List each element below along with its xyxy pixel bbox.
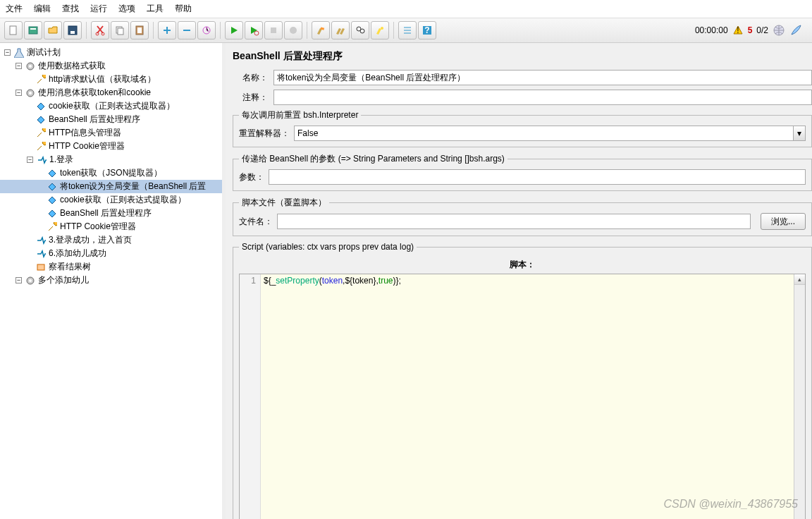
extractor-icon [47,168,58,179]
flask-icon [13,47,25,59]
start-no-timers-icon[interactable] [245,21,263,39]
tree-item[interactable]: HTTP Cookie管理器 [0,220,222,233]
tree-item[interactable]: BeanShell 后置处理程序 [0,207,222,220]
collapse-icon[interactable] [178,21,196,39]
tree-item[interactable]: −使用数据格式获取 [0,59,222,73]
extractor-icon [35,101,47,112]
tree-item[interactable]: −多个添加幼儿 [0,274,222,287]
params-legend: 传递给 BeanShell 的参数 (=> String Parameters … [239,153,508,165]
svg-point-29 [29,279,32,282]
reset-search-icon[interactable] [371,21,389,39]
toolbar: ? 00:00:00 ! 5 0/2 [0,18,812,43]
clear-icon[interactable] [312,21,330,39]
code-area[interactable]: ${_setProperty(token,${token},true)}; [261,274,794,519]
tree-toggle-icon[interactable]: − [27,157,33,163]
script-legend: Script (variables: ctx vars props prev d… [239,242,417,252]
reset-combo[interactable] [294,126,793,141]
extractor-icon [47,181,58,193]
new-icon[interactable] [4,21,23,39]
svg-point-24 [29,65,32,68]
params-fieldset: 传递给 BeanShell 的参数 (=> String Parameters … [233,153,812,191]
svg-rect-1 [29,27,37,34]
name-input[interactable] [273,70,812,85]
menu-tools[interactable]: 工具 [147,3,164,15]
tree-panel[interactable]: −测试计划 −使用数据格式获取 http请求默认值（获取域名） −使用消息体获取… [0,43,226,519]
svg-rect-13 [271,28,276,33]
content-panel: BeanShell 后置处理程序 名称： 注释： 每次调用前重置 bsh.Int… [226,43,812,519]
status-area: 00:00:00 ! 5 0/2 [695,24,808,37]
tree-toggle-icon[interactable]: − [16,277,22,283]
panel-title: BeanShell 后置处理程序 [233,50,812,63]
script-editor[interactable]: 1 ${_setProperty(token,${token},true)}; [239,274,806,519]
clear-all-icon[interactable] [331,21,350,39]
wrench-icon [47,221,58,233]
start-icon[interactable] [225,21,243,39]
help-icon[interactable]: ? [418,21,436,39]
wrench-icon [35,128,47,139]
svg-rect-2 [30,28,36,30]
tree-item[interactable]: 6.添加幼儿成功 [0,247,222,260]
svg-rect-4 [70,31,75,34]
menu-file[interactable]: 文件 [6,3,23,15]
feather-icon [789,24,802,37]
tree-toggle-icon[interactable]: − [16,90,22,96]
extractor-icon [47,208,58,219]
tree-item[interactable]: http请求默认值（获取域名） [0,73,222,86]
tree-item-selected[interactable]: 将token设为全局变量（BeanShell 后置 [0,180,222,193]
svg-rect-27 [37,264,44,270]
wrench-icon [35,141,47,152]
tree-toggle-icon[interactable]: − [16,63,22,69]
tree-toggle-icon[interactable]: − [4,49,11,56]
wrench-icon [35,74,47,85]
svg-point-14 [290,27,297,34]
menu-help[interactable]: 帮助 [175,3,192,15]
tree-item[interactable]: cookie获取（正则表达式提取器） [0,99,222,113]
function-helper-icon[interactable] [398,21,417,39]
expand-icon[interactable] [158,21,176,39]
file-legend: 脚本文件（覆盖脚本） [239,197,329,209]
menu-find[interactable]: 查找 [62,3,79,15]
tree-item[interactable]: BeanShell 后置处理程序 [0,113,222,126]
elapsed-time: 00:00:00 [695,25,728,35]
scrollbar-vertical[interactable] [794,274,805,519]
menu-edit[interactable]: 编辑 [34,3,51,15]
sampler-icon [35,248,47,260]
reset-fieldset: 每次调用前重置 bsh.Interpreter 重置解释器： ▾ [233,109,812,147]
warning-icon: ! [732,25,744,36]
comment-label: 注释： [233,92,268,104]
open-icon[interactable] [44,21,62,39]
toggle-icon[interactable] [197,21,216,39]
params-input[interactable] [269,169,806,185]
shutdown-icon[interactable] [284,21,302,39]
copy-icon[interactable] [111,21,129,39]
reset-legend: 每次调用前重置 bsh.Interpreter [239,109,361,121]
chevron-down-icon[interactable]: ▾ [793,126,806,141]
tree-root[interactable]: −测试计划 [0,46,222,59]
menu-run[interactable]: 运行 [90,3,107,15]
tree-item[interactable]: −1.登录 [0,153,222,166]
file-input[interactable] [277,214,751,229]
paste-icon[interactable] [130,21,149,39]
svg-point-12 [254,31,259,35]
tree-item[interactable]: cookie获取（正则表达式提取器） [0,193,222,207]
file-label: 文件名： [239,216,273,228]
templates-icon[interactable] [24,21,42,39]
gear-icon [25,275,36,286]
svg-text:?: ? [424,25,429,35]
browse-button[interactable]: 浏览... [761,213,806,230]
save-icon[interactable] [63,21,82,39]
tree-item[interactable]: −使用消息体获取token和cookie [0,86,222,99]
cut-icon[interactable] [91,21,109,39]
svg-rect-8 [118,28,123,35]
svg-point-26 [29,92,32,94]
tree-item[interactable]: HTTP信息头管理器 [0,126,222,140]
tree-item[interactable]: 3.登录成功，进入首页 [0,233,222,247]
tree-item[interactable]: 察看结果树 [0,260,222,274]
tree-item[interactable]: HTTP Cookie管理器 [0,140,222,153]
search-icon[interactable] [351,21,369,39]
tree-item[interactable]: token获取（JSON提取器） [0,166,222,180]
stop-icon[interactable] [264,21,283,39]
menu-options[interactable]: 选项 [118,3,135,15]
comment-input[interactable] [273,90,812,105]
line-gutter: 1 [240,274,261,519]
